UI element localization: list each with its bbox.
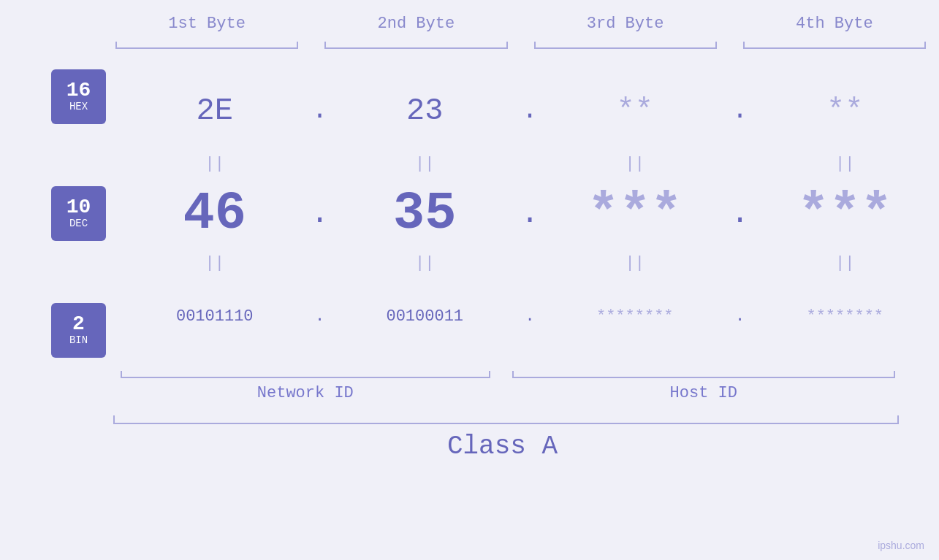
network-bracket-left — [121, 371, 122, 378]
eq1-b2: || — [331, 155, 520, 173]
bin-dot2: . — [519, 307, 541, 326]
eq2-b3: || — [541, 254, 729, 272]
overall-bracket-right — [897, 415, 899, 424]
eq1-b4: || — [751, 155, 940, 173]
bin-byte1: 00101110 — [121, 307, 309, 326]
hex-label: HEX — [69, 101, 88, 113]
eq1-b3: || — [541, 155, 729, 173]
base-badges: 16 HEX 10 DEC 2 BIN — [37, 69, 121, 358]
byte1-header: 1st Byte — [102, 15, 311, 33]
dec-dot1: . — [309, 196, 331, 231]
eq-row-1: || || || || — [121, 152, 939, 176]
host-bracket-line — [512, 377, 895, 378]
dec-byte3: *** — [541, 184, 729, 244]
dec-byte1: 46 — [121, 184, 309, 244]
bin-byte3: ******** — [541, 307, 729, 326]
bracket-line-3 — [534, 47, 717, 49]
eq2-b4: || — [751, 254, 940, 272]
hex-byte4: ** — [751, 93, 940, 129]
host-bracket-right — [894, 371, 895, 378]
content-area: 16 HEX 10 DEC 2 BIN 2E . 23 . ** . ** — [0, 69, 939, 358]
bottom-brackets-row — [0, 364, 939, 378]
byte-headers: 1st Byte 2nd Byte 3rd Byte 4th Byte — [0, 15, 939, 33]
bin-row: 00101110 . 00100011 . ******** . *******… — [121, 275, 939, 358]
bin-badge: 2 BIN — [51, 303, 106, 358]
bin-dot1: . — [309, 307, 331, 326]
eq1-b1: || — [121, 155, 309, 173]
network-id-bracket — [113, 364, 498, 378]
bin-byte4: ******** — [751, 307, 940, 326]
dec-dot3: . — [729, 196, 751, 231]
hex-badge: 16 HEX — [51, 69, 106, 124]
watermark: ipshu.com — [878, 540, 924, 551]
hex-row: 2E . 23 . ** . ** — [121, 69, 939, 152]
class-label-row: Class A — [0, 431, 939, 461]
overall-bracket-line — [113, 423, 899, 424]
id-labels-row: Network ID Host ID — [0, 384, 939, 402]
dec-row: 46 . 35 . *** . *** — [121, 176, 939, 251]
dec-byte2: 35 — [331, 184, 520, 244]
bin-number: 2 — [72, 314, 85, 334]
network-bracket-right — [489, 371, 490, 378]
bracket-byte3 — [527, 40, 724, 55]
byte4-header: 4th Byte — [730, 15, 939, 33]
hex-byte3: ** — [541, 93, 729, 129]
bracket-byte2 — [317, 40, 514, 55]
hex-dot1: . — [309, 96, 331, 126]
dec-dot2: . — [519, 196, 541, 231]
eq-row-2: || || || || — [121, 251, 939, 275]
dec-badge: 10 DEC — [51, 186, 106, 241]
hex-byte1: 2E — [121, 93, 309, 129]
bin-label: BIN — [69, 334, 88, 347]
bin-byte2: 00100011 — [331, 307, 520, 326]
network-id-label: Network ID — [113, 384, 498, 402]
hex-number: 16 — [66, 80, 91, 101]
hex-byte2: 23 — [331, 93, 520, 129]
class-label: Class A — [447, 431, 558, 461]
eq2-b1: || — [121, 254, 309, 272]
host-id-label: Host ID — [505, 384, 902, 402]
host-bracket-left — [512, 371, 514, 378]
bracket-line-4 — [743, 47, 926, 49]
bracket-line-1 — [115, 47, 298, 49]
overall-bracket-row — [0, 410, 939, 424]
network-bracket-line — [121, 377, 490, 378]
hex-dot3: . — [729, 96, 751, 126]
dec-byte4: *** — [751, 184, 940, 244]
bracket-byte4 — [736, 40, 933, 55]
dec-label: DEC — [69, 218, 88, 230]
host-id-bracket — [505, 364, 902, 378]
bracket-line-2 — [324, 47, 507, 49]
top-brackets — [0, 40, 939, 55]
hex-dot2: . — [519, 96, 541, 126]
main-container: 1st Byte 2nd Byte 3rd Byte 4th Byte 16 H… — [0, 0, 939, 560]
eq2-b2: || — [331, 254, 520, 272]
byte3-header: 3rd Byte — [521, 15, 730, 33]
byte2-header: 2nd Byte — [311, 15, 520, 33]
data-rows: 2E . 23 . ** . ** || || || || 46 — [121, 69, 939, 358]
bin-dot3: . — [729, 307, 751, 326]
bracket-byte1 — [108, 40, 305, 55]
overall-bracket-left — [113, 415, 115, 424]
dec-number: 10 — [66, 197, 91, 218]
